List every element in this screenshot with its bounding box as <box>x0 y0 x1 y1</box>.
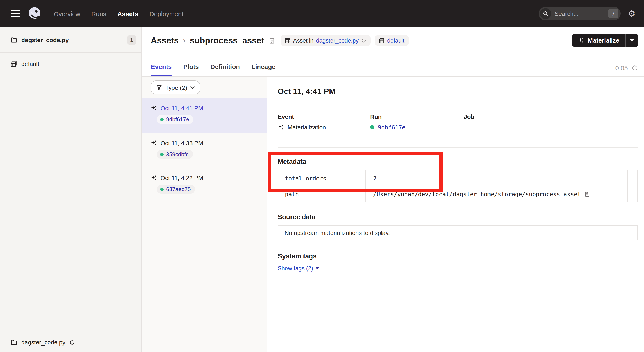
metadata-heading: Metadata <box>278 158 638 166</box>
run-status-dot <box>160 118 164 121</box>
nav-assets[interactable]: Assets <box>117 10 138 17</box>
dagster-app: Overview Runs Assets Deployment / ⚙ dags… <box>0 0 644 352</box>
dagster-logo-icon[interactable] <box>27 6 42 21</box>
footer-code-location-label: dagster_code.py <box>21 339 66 346</box>
reload-icon[interactable] <box>69 340 75 345</box>
materialization-sparkle-icon <box>278 124 284 130</box>
nav-runs[interactable]: Runs <box>91 10 106 17</box>
nav-deployment[interactable]: Deployment <box>150 10 184 17</box>
refresh-timer: 0:05 <box>616 64 638 71</box>
breadcrumb-assets-link[interactable]: Assets <box>151 35 179 45</box>
event-detail-panel: Oct 11, 4:41 PM Event Materialization <box>268 77 644 352</box>
hamburger-menu-icon[interactable] <box>11 10 20 17</box>
event-type-value: Materialization <box>288 124 326 131</box>
job-column-label: Job <box>464 113 638 120</box>
run-status-dot <box>160 153 164 156</box>
search-shortcut-key: / <box>608 9 618 18</box>
table-icon <box>285 38 290 43</box>
primary-nav: Overview Runs Assets Deployment <box>54 10 184 17</box>
sidebar-item-code-location[interactable]: dagster_code.py 1 <box>0 27 142 53</box>
nav-overview[interactable]: Overview <box>54 10 80 17</box>
breadcrumb-separator: › <box>183 36 186 45</box>
materialize-button[interactable]: Materialize <box>572 34 625 47</box>
metadata-key: total_orders <box>278 170 366 186</box>
type-filter-button[interactable]: Type (2) <box>151 80 200 94</box>
run-id-pill[interactable]: 637aed75 <box>157 185 195 194</box>
run-id-pill[interactable]: 359cdbfc <box>157 150 193 159</box>
asset-group-icon <box>11 60 18 67</box>
copy-path-icon[interactable] <box>584 191 590 197</box>
top-nav: Overview Runs Assets Deployment / ⚙ <box>0 0 644 27</box>
breadcrumb: Assets › subprocess_asset <box>151 35 275 45</box>
search-icon <box>540 8 551 19</box>
source-data-heading: Source data <box>278 213 638 221</box>
settings-gear-icon[interactable]: ⚙ <box>628 9 636 18</box>
run-id-label: 9dbf617e <box>166 116 189 123</box>
metadata-path-link[interactable]: /Users/yuhan/dev/local/dagster_home/stor… <box>373 191 581 198</box>
materialize-button-group: Materialize <box>572 34 638 47</box>
event-time-label: Oct 11, 4:41 PM <box>160 105 203 111</box>
asset-sidebar: dagster_code.py 1 default dagster_code.p… <box>0 27 142 352</box>
asset-header: Assets › subprocess_asset Asset in dagst… <box>142 27 644 51</box>
sparkle-icon <box>578 37 584 44</box>
group-tag: default <box>375 35 409 46</box>
metadata-table: total_orders 2 path /Users/yuhan/dev/loc… <box>278 170 638 202</box>
materialization-sparkle-icon <box>151 175 157 181</box>
filter-funnel-icon <box>156 85 162 90</box>
search-box[interactable]: / <box>539 7 620 20</box>
sidebar-footer-code-location[interactable]: dagster_code.py <box>0 332 142 352</box>
run-id-pill[interactable]: 9dbf617e <box>157 115 193 124</box>
run-id-link[interactable]: 9dbf617e <box>378 124 406 131</box>
asset-count-badge: 1 <box>127 35 136 45</box>
main-area: Assets › subprocess_asset Asset in dagst… <box>142 27 644 352</box>
tab-events[interactable]: Events <box>151 63 172 76</box>
chevron-down-icon <box>190 86 195 89</box>
materialize-dropdown-button[interactable] <box>626 34 638 47</box>
materialization-sparkle-icon <box>151 140 157 146</box>
system-tags-heading: System tags <box>278 252 638 260</box>
topnav-right: / ⚙ <box>539 7 636 20</box>
tab-definition[interactable]: Definition <box>210 63 240 76</box>
copy-asset-name-icon[interactable] <box>269 37 275 44</box>
event-detail-heading: Oct 11, 4:41 PM <box>278 87 638 96</box>
show-tags-label: Show tags (2) <box>278 265 313 272</box>
materialize-label: Materialize <box>588 37 619 44</box>
tag-code-location-link[interactable]: dagster_code.py <box>316 37 359 44</box>
run-id-label: 637aed75 <box>166 186 191 192</box>
metadata-key: path <box>278 186 366 202</box>
event-list-item[interactable]: Oct 11, 4:33 PM 359cdbfc <box>142 133 267 168</box>
asset-group-icon <box>379 38 384 43</box>
sidebar-group-label: default <box>21 60 39 67</box>
tag-group-link[interactable]: default <box>387 37 404 44</box>
event-list-item[interactable]: Oct 11, 4:41 PM 9dbf617e <box>142 98 267 133</box>
event-list-item[interactable]: Oct 11, 4:22 PM 637aed75 <box>142 168 267 203</box>
chevron-down-icon <box>630 39 634 42</box>
sidebar-item-group-default[interactable]: default <box>0 53 142 75</box>
search-input[interactable] <box>554 10 608 17</box>
show-tags-toggle[interactable]: Show tags (2) <box>278 265 319 272</box>
folder-icon <box>11 36 18 43</box>
run-status-dot <box>160 188 164 191</box>
sidebar-code-location-label: dagster_code.py <box>21 36 69 43</box>
reload-code-location-icon[interactable] <box>361 38 366 43</box>
tab-lineage[interactable]: Lineage <box>251 63 275 76</box>
run-id-label: 359cdbfc <box>166 151 189 157</box>
event-column-label: Event <box>278 113 370 120</box>
materialization-sparkle-icon <box>151 105 157 111</box>
metadata-gutter-cell <box>628 186 637 202</box>
source-data-empty-message: No upstream materializations to display. <box>284 229 390 236</box>
code-location-tag: Asset in dagster_code.py <box>281 35 370 46</box>
asset-tags: Asset in dagster_code.py default <box>281 35 409 46</box>
page-title-asset-name: subprocess_asset <box>190 35 264 45</box>
event-time-label: Oct 11, 4:22 PM <box>160 175 203 181</box>
timer-countdown: 0:05 <box>616 64 628 71</box>
metadata-value: 2 <box>366 170 628 186</box>
event-list-panel: Type (2) Oct 11, 4:41 PM <box>142 77 268 352</box>
tag-asset-prefix: Asset in <box>293 37 314 44</box>
source-data-empty-box: No upstream materializations to display. <box>278 225 638 241</box>
run-status-dot <box>370 125 374 129</box>
tab-plots[interactable]: Plots <box>183 63 199 76</box>
asset-tabs: Events Plots Definition Lineage 0:05 <box>142 51 644 77</box>
event-filter-bar: Type (2) <box>142 77 267 98</box>
refresh-icon[interactable] <box>632 65 638 71</box>
